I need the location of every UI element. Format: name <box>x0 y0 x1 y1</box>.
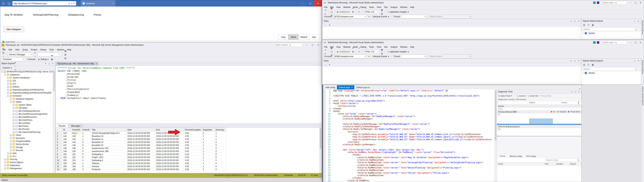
debug-icon-0[interactable]: Ⅱ <box>351 6 355 10</box>
breakpoint-margin[interactable] <box>323 141 326 143</box>
diagnostic-tab-2[interactable]: CPU Usage <box>524 155 538 158</box>
tree-expander-icon[interactable]: − <box>4 74 6 76</box>
vs-menu-10[interactable]: Window <box>399 45 409 49</box>
file-icon-0[interactable]: ▣ <box>330 46 334 50</box>
ssms-toolbar-icon-c-1[interactable]: ▧ <box>64 53 67 56</box>
expand-icon[interactable]: ▷ <box>582 72 584 74</box>
tree-item[interactable]: +Database Diagrams <box>0 97 55 100</box>
events-section-header[interactable]: Events <box>497 105 582 108</box>
minimize-button[interactable]: – <box>299 0 306 7</box>
tree-item[interactable]: +Synonyms <box>0 137 55 140</box>
chevron-down-icon[interactable]: ▾ <box>638 28 639 30</box>
table-cell[interactable]: 2016-12-05 00:00:00.000 <box>155 165 184 168</box>
schema-validation-combo[interactable]: HTML 4.01 ▾ <box>364 10 380 14</box>
view-button-1[interactable]: Week <box>288 34 299 40</box>
table-cell[interactable]: 2016-12-05 00:00:00.000 <box>155 156 184 159</box>
feedback-icon[interactable] <box>597 2 599 4</box>
chevron-down-icon[interactable]: ▾ <box>570 20 572 22</box>
object-explorer-scrollbar[interactable] <box>53 70 55 173</box>
table-cell[interactable]: 1 <box>214 138 226 141</box>
breakpoint-margin[interactable] <box>323 110 326 112</box>
breakpoint-margin[interactable] <box>323 164 326 166</box>
misc-icon-0[interactable]: ▦ <box>380 48 384 52</box>
breakpoint-margin[interactable] <box>323 115 326 118</box>
tree-item[interactable]: +100 <box>0 79 55 82</box>
breakpoint-margin[interactable] <box>323 92 326 95</box>
table-cell[interactable]: 145 <box>71 147 81 150</box>
column-header[interactable]: OrderID <box>81 128 91 132</box>
table-cell[interactable]: Bouwblok 24 <box>91 144 126 147</box>
results-tab-1[interactable]: Messages <box>68 124 83 128</box>
column-header[interactable]: ParentID <box>71 128 81 132</box>
table-cell[interactable]: 144 <box>71 144 81 147</box>
table-cell[interactable]: 1 <box>202 144 214 147</box>
tabular-toolbar-icon-2[interactable]: ▦ <box>591 23 595 27</box>
table-cell[interactable]: Trap/D. 1611 <box>91 156 126 159</box>
ssms-menu-1[interactable]: Edit <box>7 48 14 52</box>
collapsed-solution-explorer-tab[interactable]: Solution Explorer <box>642 20 644 40</box>
table-cell[interactable]: 1 <box>81 132 91 135</box>
notifications-icon[interactable] <box>593 2 596 4</box>
table-cell[interactable]: 153 <box>62 159 71 162</box>
breakpoint-margin[interactable] <box>323 89 326 92</box>
tree-item[interactable]: +ReportServer$SQLEXPRESS2016 <box>0 88 55 91</box>
tree-expander-icon[interactable]: + <box>7 89 9 91</box>
tree-item[interactable]: +Security <box>0 158 55 161</box>
table-cell[interactable]: 0 <box>214 156 226 159</box>
breakpoint-margin[interactable] <box>323 172 326 174</box>
table-cell[interactable]: 145 <box>71 150 81 153</box>
close-icon[interactable]: ✕ <box>96 63 97 65</box>
table-row[interactable]: 51471440Bouwblok 242016-12-04 00:00:00.0… <box>56 144 226 147</box>
table-cell[interactable]: 1 <box>202 168 214 171</box>
tree-item[interactable]: +dbo.Rooster <box>0 128 55 131</box>
object-explorer-tree[interactable]: −MVWSVR01\SQLEXPRESS2016 (SQL Server 13.… <box>0 70 55 173</box>
tree-item[interactable]: +Management <box>0 167 55 170</box>
table-cell[interactable]: 0 <box>214 147 226 150</box>
table-cell[interactable]: 2016-12-04 00:00:00.000 <box>126 156 155 159</box>
breakpoint-margin[interactable] <box>323 149 326 151</box>
memory-section-header[interactable]: Process Memory (MB) GCSnapshotPrivate By… <box>497 110 582 113</box>
breakpoint-margin[interactable] <box>323 120 326 123</box>
close-icon[interactable]: ✕ <box>637 20 640 22</box>
collapsed-tabular-explorer-tab[interactable]: Tabular Model Explorer <box>642 86 644 182</box>
browser-back-icon[interactable]: ← <box>1 1 6 6</box>
maximize-button[interactable]: ▢ <box>633 40 638 45</box>
tabular-search-input[interactable]: Search ▾ <box>582 67 640 71</box>
table-cell[interactable]: 0 <box>214 144 226 147</box>
close-button[interactable]: ✕ <box>314 0 322 7</box>
tabular-toolbar-icon-0[interactable]: ▤ <box>582 23 586 27</box>
tree-item[interactable]: +System Databases <box>0 76 55 79</box>
continue-button[interactable]: ▶ Continue ▾ <box>336 10 350 14</box>
breakpoint-margin[interactable] <box>323 161 326 164</box>
ssms-toolbar-icon-2[interactable]: ▤ <box>2 47 5 51</box>
events-column-header-0[interactable]: Event <box>497 163 544 165</box>
tree-item[interactable]: +dbo.GanttResourceAssignments <box>0 112 55 115</box>
vs-menu-9[interactable]: Analyze <box>389 6 399 9</box>
expand-icon[interactable]: ▷ <box>582 32 584 34</box>
table-cell[interactable]: 145 <box>62 138 71 141</box>
tree-expander-icon[interactable]: + <box>10 149 12 151</box>
row-number-cell[interactable]: 9 <box>56 156 62 159</box>
ssms-sql-toolbar-icon-0[interactable]: ✓ <box>50 50 54 54</box>
nav-menu-item-1[interactable]: VerkoopOrderPlanning <box>33 13 58 16</box>
nav-icon-0[interactable]: ◂ <box>324 48 327 52</box>
close-button[interactable]: ✕ <box>638 40 643 45</box>
tree-item[interactable]: +dbo.Polcas <box>0 125 55 128</box>
table-cell[interactable]: 1 <box>81 138 91 141</box>
step-icon-0[interactable]: ↧ <box>357 46 361 50</box>
table-cell[interactable]: 1 <box>202 156 214 159</box>
url-chevron-icon[interactable]: ▾ <box>71 2 72 5</box>
table-row[interactable]: 31451431Bouwfase 112016-12-04 00:00:00.0… <box>56 138 226 141</box>
row-number-header[interactable] <box>56 128 62 132</box>
table-row[interactable]: 91531510Trap/D. 16112016-12-04 00:00:00.… <box>56 156 226 159</box>
tabular-search-input[interactable]: Search ▾ <box>582 27 640 31</box>
ssms-sql-toolbar-icon-1[interactable]: ■ <box>50 54 54 57</box>
breakpoint-margin[interactable] <box>323 154 326 156</box>
ssms-menu-2[interactable]: View <box>14 48 21 52</box>
table-cell[interactable]: Bouwfase 10 <box>91 135 126 138</box>
oe-toolbar-icon-1[interactable]: ▹ <box>14 64 18 68</box>
table-row[interactable]: 41461440Bouwblok 232016-12-04 00:00:00.0… <box>56 141 226 144</box>
close-icon[interactable]: ✕ <box>351 87 353 88</box>
tree-item[interactable]: +dbo.GanttTasks <box>0 118 55 122</box>
schema-validation-combo[interactable]: HTML 4.01 ▾ <box>364 50 380 54</box>
